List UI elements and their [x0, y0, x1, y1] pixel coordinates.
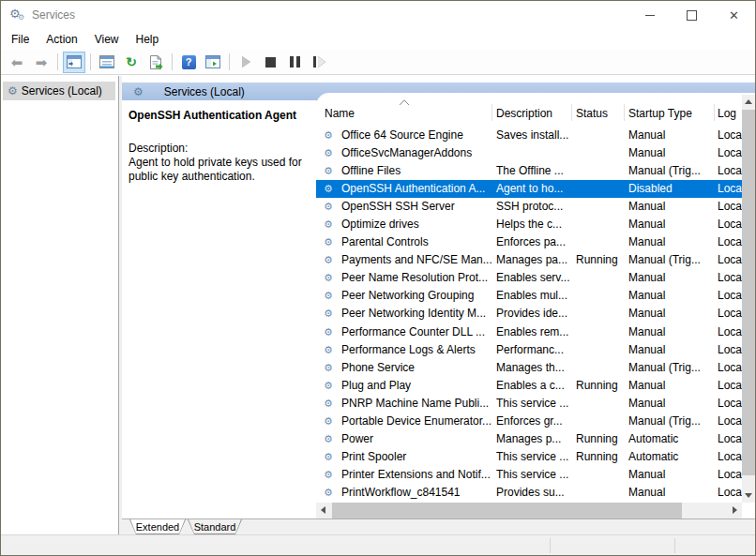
- minimize-button[interactable]: [628, 1, 671, 29]
- show-console-tree-button[interactable]: [63, 52, 85, 73]
- column-header-status[interactable]: Status: [576, 104, 623, 123]
- cell-cd: Manages pa...: [496, 251, 571, 269]
- tree-item-services-local[interactable]: ⚙ Services (Local): [3, 82, 115, 100]
- cell-cu: Manual: [628, 144, 713, 162]
- show-action-pane-button[interactable]: [202, 52, 224, 73]
- cell-cu: Automatic: [628, 448, 713, 466]
- tab-standard[interactable]: Standard: [188, 519, 242, 534]
- table-row[interactable]: ⚙OpenSSH Authentication A...Agent to ho.…: [316, 180, 742, 198]
- cell-cl: Loca: [718, 377, 742, 395]
- column-header-description[interactable]: Description: [496, 104, 571, 123]
- properties-button[interactable]: [96, 52, 118, 73]
- table-row[interactable]: ⚙OfficeSvcManagerAddonsManualLoca: [316, 144, 742, 162]
- services-window: ⚙ ⚙ Services ✕ File Action View Help ⬅ ➡…: [0, 0, 756, 556]
- table-row[interactable]: ⚙Performance Counter DLL ...Enables rem.…: [316, 323, 742, 341]
- vertical-scroll-thumb[interactable]: [742, 110, 755, 475]
- cell-cn: PNRP Machine Name Publi...: [341, 395, 491, 413]
- table-row[interactable]: ⚙Print SpoolerThis service ...RunningAut…: [316, 448, 742, 466]
- help-button[interactable]: ?: [177, 52, 200, 73]
- refresh-button[interactable]: ↻: [120, 52, 143, 73]
- services-list: Name Description Status Startup Type Log…: [316, 93, 755, 518]
- menu-file[interactable]: File: [3, 30, 38, 49]
- cell-cu: Manual: [628, 484, 713, 502]
- cell-cd: SSH protoc...: [496, 198, 571, 216]
- column-header-startup-type[interactable]: Startup Type: [628, 104, 713, 123]
- horizontal-scrollbar[interactable]: [316, 503, 742, 518]
- column-header-name[interactable]: Name: [325, 104, 484, 123]
- table-row[interactable]: ⚙Peer Name Resolution Prot...Enables ser…: [316, 269, 742, 287]
- table-row[interactable]: ⚙Offline FilesThe Offline ...Manual (Tri…: [316, 162, 742, 180]
- cell-cs: Running: [576, 251, 623, 269]
- column-header-log-on-as[interactable]: Log: [718, 104, 742, 123]
- title-bar[interactable]: ⚙ ⚙ Services ✕: [1, 1, 755, 29]
- cell-cl: Loca: [718, 216, 742, 233]
- stop-service-button[interactable]: [259, 52, 281, 73]
- column-separator[interactable]: [714, 104, 715, 121]
- pause-icon: [290, 56, 300, 68]
- tab-extended-label: Extended: [130, 519, 185, 533]
- cell-cl: Loca: [718, 413, 742, 430]
- cell-cn: Optimize drives: [341, 216, 491, 233]
- table-row[interactable]: ⚙Peer Networking GroupingEnables mul...M…: [316, 287, 742, 305]
- table-row[interactable]: ⚙Performance Logs & AlertsPerformanc...M…: [316, 341, 742, 359]
- close-icon: ✕: [729, 9, 739, 22]
- back-button[interactable]: ⬅: [6, 52, 28, 73]
- menu-view[interactable]: View: [86, 30, 128, 49]
- cell-cl: Loca: [718, 144, 742, 162]
- vertical-scrollbar[interactable]: [742, 95, 755, 503]
- scroll-down-icon[interactable]: [745, 493, 752, 498]
- forward-button[interactable]: ➡: [30, 52, 53, 73]
- cell-cl: Loca: [718, 127, 742, 144]
- table-row[interactable]: ⚙Optimize drivesHelps the c...ManualLoca: [316, 216, 742, 233]
- start-service-button[interactable]: [234, 52, 257, 73]
- table-row[interactable]: ⚙Portable Device Enumerator...Enforces g…: [316, 413, 742, 430]
- horizontal-scroll-thumb[interactable]: [332, 503, 682, 518]
- status-separator: [674, 538, 675, 553]
- export-list-icon: [148, 55, 163, 69]
- maximize-button[interactable]: [671, 1, 713, 29]
- table-row[interactable]: ⚙Payments and NFC/SE Man...Manages pa...…: [316, 251, 742, 269]
- forward-arrow-icon: ➡: [36, 55, 48, 69]
- menu-action[interactable]: Action: [38, 30, 85, 49]
- cell-cl: Loca: [718, 341, 742, 359]
- restart-service-button[interactable]: [308, 52, 330, 73]
- toolbar-separator: [57, 53, 58, 70]
- cell-cs: [576, 466, 623, 484]
- cell-cd: Manages th...: [496, 359, 571, 377]
- scroll-right-icon[interactable]: [733, 506, 737, 514]
- close-button[interactable]: ✕: [713, 1, 755, 29]
- table-row[interactable]: ⚙PrintWorkflow_c841541Provides su...Manu…: [316, 484, 742, 502]
- column-separator[interactable]: [491, 104, 492, 121]
- column-separator[interactable]: [571, 104, 572, 121]
- table-row[interactable]: ⚙Office 64 Source EngineSaves install...…: [316, 127, 742, 144]
- table-row[interactable]: ⚙Phone ServiceManages th...Manual (Trig.…: [316, 359, 742, 377]
- cell-cn: Peer Name Resolution Prot...: [341, 269, 491, 287]
- window-title: Services: [32, 8, 75, 22]
- maximize-icon: [687, 10, 697, 21]
- table-row[interactable]: ⚙PNRP Machine Name Publi...This service …: [316, 395, 742, 413]
- menu-help[interactable]: Help: [128, 30, 168, 49]
- stop-icon: [265, 57, 276, 68]
- cell-cl: Loca: [718, 395, 742, 413]
- column-separator[interactable]: [624, 104, 625, 121]
- toolbar-separator: [229, 53, 230, 70]
- cell-cu: Manual: [628, 305, 713, 323]
- scroll-up-icon[interactable]: [745, 99, 752, 104]
- cell-cs: [576, 359, 623, 377]
- table-row[interactable]: ⚙Parental ControlsEnforces pa...ManualLo…: [316, 233, 742, 251]
- scroll-left-icon[interactable]: [321, 506, 325, 514]
- tab-extended[interactable]: Extended: [129, 519, 186, 534]
- export-list-button[interactable]: [144, 52, 167, 73]
- cell-cu: Manual: [628, 198, 713, 216]
- view-tab-strip: Extended Standard: [122, 518, 756, 535]
- table-row[interactable]: ⚙Peer Networking Identity M...Provides i…: [316, 305, 742, 323]
- table-row[interactable]: ⚙OpenSSH SSH ServerSSH protoc...ManualLo…: [316, 198, 742, 216]
- cell-cu: Manual: [628, 341, 713, 359]
- pause-service-button[interactable]: [283, 52, 306, 73]
- cell-cn: OfficeSvcManagerAddons: [341, 144, 491, 162]
- table-row[interactable]: ⚙PowerManages p...RunningAutomaticLoca: [316, 430, 742, 448]
- banner-title: Services (Local): [164, 85, 245, 98]
- help-icon: ?: [182, 55, 196, 69]
- table-row[interactable]: ⚙Plug and PlayEnables a c...RunningManua…: [316, 377, 742, 395]
- table-row[interactable]: ⚙Printer Extensions and Notif...This ser…: [316, 466, 742, 484]
